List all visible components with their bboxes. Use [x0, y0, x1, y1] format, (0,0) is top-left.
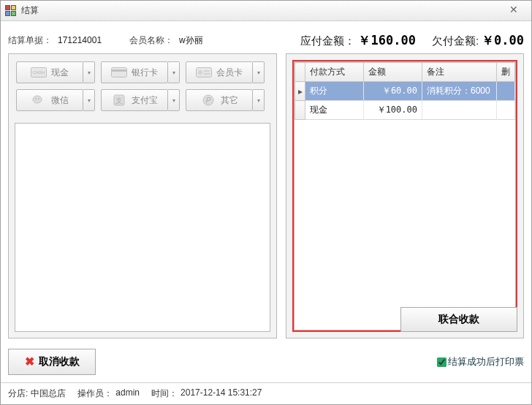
order-no: 171214001 — [58, 35, 102, 45]
cancel-payment-label: 取消收款 — [39, 355, 80, 368]
pay-other-dropdown[interactable]: ▾ — [253, 89, 265, 111]
right-panel: 付款方式 金额 备注 删 ▸ 积分 ￥60.00 消耗积分：60 — [286, 53, 524, 338]
member-label: 会员名称： — [129, 34, 173, 47]
cash-icon: CASH — [31, 67, 47, 78]
pay-wechat-button[interactable]: 微信 — [16, 89, 83, 111]
pay-alipay-label: 支付宝 — [132, 94, 158, 107]
alipay-icon: 支 — [111, 94, 127, 106]
due-label: 欠付金额: — [432, 34, 479, 48]
col-method[interactable]: 付款方式 — [305, 63, 364, 82]
svg-text:支: 支 — [115, 96, 123, 105]
app-icon — [5, 5, 17, 17]
cell-delete[interactable] — [497, 82, 515, 101]
row-indicator-icon: ▸ — [295, 82, 305, 101]
table-row[interactable]: 现金 ￥100.00 — [295, 101, 515, 120]
left-panel: CASH 现金 ▾ 银行卡 ▾ — [8, 53, 277, 338]
status-operator: admin — [115, 387, 140, 400]
svg-rect-3 — [112, 69, 127, 72]
cancel-payment-button[interactable]: ✖ 取消收款 — [8, 349, 96, 375]
cell-method: 现金 — [305, 101, 364, 120]
pay-member-dropdown[interactable]: ▾ — [253, 61, 265, 83]
combine-payment-label: 联合收款 — [438, 313, 479, 326]
member-name: w孙丽 — [179, 34, 203, 47]
payments-grid-highlight: 付款方式 金额 备注 删 ▸ 积分 ￥60.00 消耗积分：60 — [292, 60, 517, 332]
status-branch: 中国总店 — [31, 387, 66, 400]
svg-rect-2 — [112, 68, 127, 77]
svg-text:P: P — [206, 96, 211, 105]
pay-cash-label: 现金 — [51, 67, 69, 79]
order-label: 结算单据： — [8, 34, 52, 47]
titlebar: 结算 ✕ — [1, 1, 531, 21]
pay-wechat-label: 微信 — [51, 94, 69, 107]
svg-rect-7 — [204, 73, 210, 75]
svg-rect-6 — [204, 70, 210, 72]
payable-value: ￥160.00 — [358, 32, 415, 49]
pay-wechat-dropdown[interactable]: ▾ — [83, 89, 95, 111]
other-pay-icon: P — [200, 94, 216, 106]
cell-remark — [422, 101, 497, 120]
pay-member-label: 会员卡 — [216, 67, 243, 79]
row-indicator-icon — [295, 101, 305, 120]
table-row[interactable]: ▸ 积分 ￥60.00 消耗积分：6000 — [295, 82, 515, 101]
print-after-checkbox[interactable]: 结算成功后打印票 — [437, 355, 524, 368]
svg-point-10 — [38, 98, 39, 99]
svg-text:CASH: CASH — [33, 70, 45, 75]
cancel-icon: ✖ — [25, 356, 34, 368]
combine-payment-button[interactable]: 联合收款 — [400, 307, 517, 332]
pay-alipay-button[interactable]: 支 支付宝 — [101, 89, 168, 111]
pay-card-label: 银行卡 — [132, 67, 158, 79]
col-remark[interactable]: 备注 — [422, 63, 497, 82]
pay-card-button[interactable]: 银行卡 — [101, 61, 168, 83]
col-delete[interactable]: 删 — [497, 63, 515, 82]
cell-amount: ￥100.00 — [364, 101, 422, 120]
status-time: 2017-12-14 15:31:27 — [180, 387, 262, 400]
payable-label: 应付金额： — [300, 34, 355, 48]
pay-cash-dropdown[interactable]: ▾ — [83, 61, 95, 83]
bank-card-icon — [111, 67, 127, 78]
pay-member-button[interactable]: 会员卡 — [186, 61, 253, 83]
status-time-label: 时间： — [151, 387, 178, 400]
header-row: 结算单据： 171214001 会员名称： w孙丽 应付金额： ￥160.00 … — [8, 27, 524, 53]
detail-area — [15, 123, 270, 332]
cell-remark: 消耗积分：6000 — [422, 82, 497, 101]
pay-other-button[interactable]: P 其它 — [186, 89, 253, 111]
col-amount[interactable]: 金额 — [364, 63, 422, 82]
window-title: 结算 — [21, 4, 39, 17]
print-after-label: 结算成功后打印票 — [448, 355, 524, 368]
pay-other-label: 其它 — [221, 94, 238, 107]
svg-point-5 — [198, 70, 202, 75]
cell-method: 积分 — [305, 82, 364, 101]
pay-card-dropdown[interactable]: ▾ — [168, 61, 180, 83]
svg-point-9 — [35, 98, 37, 99]
row-indicator-header — [295, 63, 305, 82]
statusbar: 分店: 中国总店 操作员： admin 时间： 2017-12-14 15:31… — [1, 382, 531, 404]
member-card-icon — [196, 67, 212, 78]
pay-cash-button[interactable]: CASH 现金 — [16, 61, 83, 83]
pay-alipay-dropdown[interactable]: ▾ — [168, 89, 180, 111]
print-after-checkbox-input[interactable] — [437, 357, 446, 367]
cell-delete[interactable] — [497, 101, 515, 120]
close-button[interactable]: ✕ — [499, 2, 528, 17]
payments-grid[interactable]: 付款方式 金额 备注 删 ▸ 积分 ￥60.00 消耗积分：60 — [294, 62, 515, 120]
svg-point-8 — [33, 96, 42, 103]
wechat-icon — [31, 94, 47, 106]
cell-amount: ￥60.00 — [364, 82, 422, 101]
status-branch-label: 分店: — [8, 387, 28, 400]
status-operator-label: 操作员： — [77, 387, 113, 400]
due-value: ￥0.00 — [482, 32, 524, 49]
